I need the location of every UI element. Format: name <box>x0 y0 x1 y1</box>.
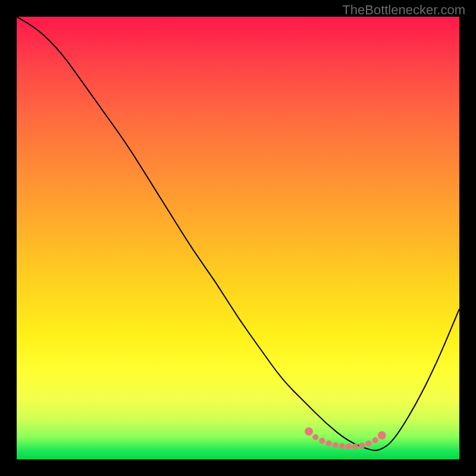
optimal-marker <box>305 427 313 436</box>
optimal-marker <box>365 440 371 446</box>
optimal-marker <box>312 434 318 440</box>
optimal-marker <box>352 443 358 449</box>
plot-area <box>17 17 459 459</box>
bottleneck-curve <box>17 17 459 450</box>
optimal-marker <box>378 431 386 440</box>
optimal-marker <box>346 443 352 449</box>
optimal-marker <box>333 442 339 448</box>
attribution-text: TheBottlenecker.com <box>342 2 465 18</box>
optimal-marker <box>339 443 345 449</box>
optimal-marker <box>326 440 332 446</box>
optimal-marker <box>319 438 325 444</box>
optimal-marker <box>372 437 378 443</box>
optimal-marker <box>359 443 365 449</box>
chart-svg <box>17 17 459 459</box>
